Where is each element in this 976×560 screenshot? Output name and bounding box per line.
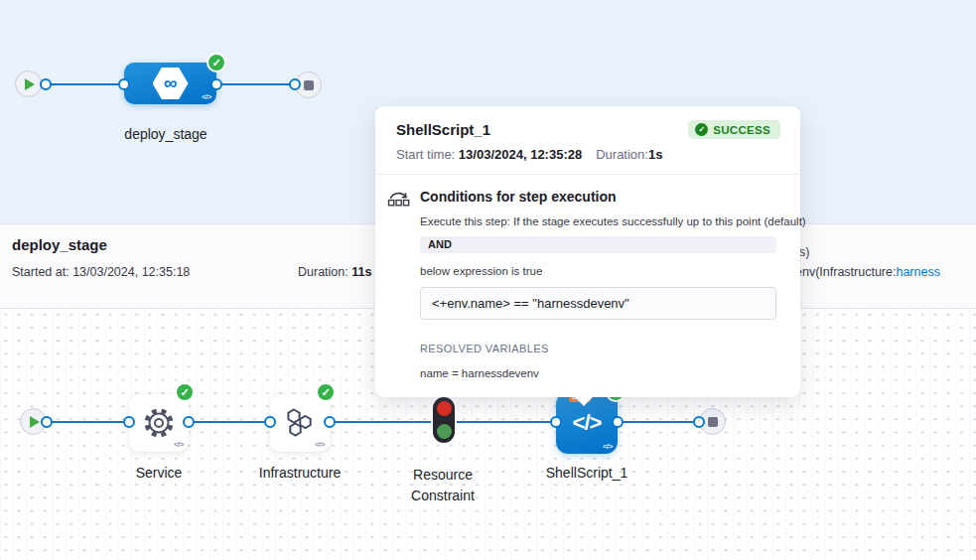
gear-icon xyxy=(141,405,177,441)
resolved-variable-value: name = harnessdevenv xyxy=(420,367,776,379)
step-label-service: Service xyxy=(109,465,209,482)
step-node-service[interactable]: </> ✓ xyxy=(129,394,189,452)
connector-port xyxy=(693,416,705,428)
edge xyxy=(618,421,699,423)
success-check-icon: ✓ xyxy=(316,382,336,402)
connector-port xyxy=(40,78,52,90)
edge-start-to-stage xyxy=(46,83,127,85)
popover-timing: Start time: 13/03/2024, 12:35:28Duration… xyxy=(396,147,780,162)
conditions-title: Conditions for step execution xyxy=(420,189,776,205)
environment-link[interactable]: harness xyxy=(896,265,939,279)
stage-duration-label: Duration: xyxy=(298,265,351,279)
template-code-icon: </> xyxy=(202,92,211,101)
conditional-execution-icon xyxy=(387,189,411,379)
step-label-infrastructure: Infrastructure xyxy=(240,465,359,482)
template-code-icon: </> xyxy=(603,442,613,451)
edge xyxy=(47,421,129,423)
template-code-icon: </> xyxy=(174,440,184,449)
connector-port xyxy=(210,78,222,90)
clipped-text-fragment: s) xyxy=(799,245,809,259)
execute-condition-text: Execute this step: If the stage executes… xyxy=(420,215,776,227)
popover-step-title: ShellScript_1 xyxy=(396,121,490,138)
stage-node-label: deploy_stage xyxy=(104,126,227,143)
step-label-shellscript-1: ShellScript_1 xyxy=(537,465,636,482)
success-check-icon: ✓ xyxy=(695,123,708,136)
connector-port xyxy=(183,416,195,428)
success-check-icon: ✓ xyxy=(207,53,226,72)
stop-icon xyxy=(304,80,314,90)
traffic-light-red-icon xyxy=(437,401,452,416)
step-node-infrastructure[interactable]: </> ✓ xyxy=(270,394,330,452)
expression-intro-text: below expression is true xyxy=(420,265,776,277)
duration-label: Duration: xyxy=(596,147,648,162)
clipped-text-fragment: env(Infrastructure:harness xyxy=(795,265,940,279)
connector-port xyxy=(289,78,301,90)
connector-port xyxy=(264,416,276,428)
connector-port xyxy=(324,416,336,428)
play-icon xyxy=(25,78,35,90)
cd-stage-icon: ∞ xyxy=(153,68,189,99)
connector-port xyxy=(612,416,624,428)
stage-node-deploy-stage[interactable]: ∞ </> ✓ xyxy=(124,63,216,104)
connector-port xyxy=(550,416,562,428)
shell-script-icon: </> xyxy=(573,410,602,436)
and-operator-bar: AND xyxy=(420,236,776,253)
step-node-resource-constraint[interactable] xyxy=(433,397,455,443)
stage-duration: Duration: 11s xyxy=(298,265,371,279)
pipeline-start-node[interactable] xyxy=(15,70,42,97)
pipeline-execution-view: ∞ </> ✓ deploy_stage deploy_stage Starte… xyxy=(0,0,976,560)
connector-port xyxy=(41,416,53,428)
start-time-value: 13/03/2024, 12:35:28 xyxy=(459,147,582,162)
connector-port xyxy=(123,416,135,428)
step-label-resource-constraint: Resource Constraint xyxy=(393,465,492,506)
edge xyxy=(330,421,431,423)
start-time-label: Start time: xyxy=(396,147,459,162)
success-check-icon: ✓ xyxy=(175,382,195,402)
duration-value: 1s xyxy=(648,147,662,162)
play-icon xyxy=(30,416,40,428)
stage-duration-value: 11s xyxy=(351,265,371,279)
edge xyxy=(189,421,270,423)
template-code-icon: </> xyxy=(315,440,325,449)
traffic-light-green-icon xyxy=(437,424,452,439)
infrastructure-text: env(Infrastructure: xyxy=(795,265,896,279)
expression-box: <+env.name> == "harnessdevenv" xyxy=(420,287,776,320)
edge-stage-to-end xyxy=(216,83,296,85)
stage-started-at: Started at: 13/03/2024, 12:35:18 xyxy=(12,265,190,279)
popover-header: ShellScript_1 ✓ SUCCESS Start time: 13/0… xyxy=(375,106,800,175)
resolved-variables-title: RESOLVED VARIABLES xyxy=(420,343,776,354)
status-badge: ✓ SUCCESS xyxy=(688,120,780,139)
status-badge-label: SUCCESS xyxy=(713,124,770,136)
conditions-section: Conditions for step execution Execute th… xyxy=(375,175,800,397)
stage-title: deploy_stage xyxy=(12,236,107,253)
step-details-popover: ShellScript_1 ✓ SUCCESS Start time: 13/0… xyxy=(375,106,800,397)
hexagons-icon xyxy=(283,406,317,440)
stop-icon xyxy=(708,417,718,427)
connector-port xyxy=(118,78,130,90)
edge xyxy=(457,421,556,423)
